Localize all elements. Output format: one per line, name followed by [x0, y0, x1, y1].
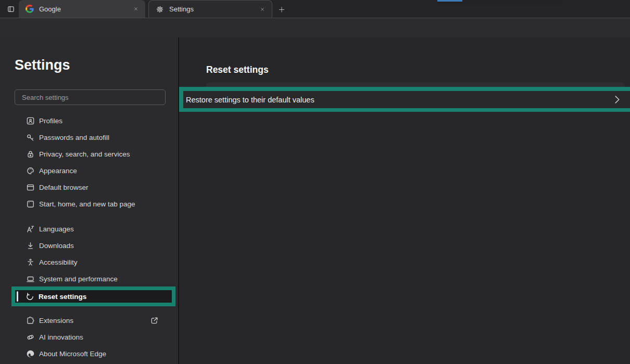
lock-icon — [26, 150, 35, 159]
nav-group-1: Profiles Passwords and autofill Privacy,… — [0, 112, 178, 212]
sidebar-item-accessibility[interactable]: Accessibility — [0, 254, 178, 270]
sidebar-item-label: Languages — [39, 225, 74, 233]
restore-defaults-row[interactable]: Restore settings to their default values — [183, 91, 630, 108]
accessibility-icon — [26, 258, 35, 267]
sidebar-item-label: Passwords and autofill — [39, 134, 109, 141]
browser-toolbar: edge://settings/reset — [0, 18, 630, 37]
sidebar-item-label: Downloads — [39, 242, 74, 250]
plus-icon — [279, 6, 285, 14]
sidebar-item-privacy[interactable]: Privacy, search, and services — [0, 146, 178, 162]
sidebar-item-label: About Microsoft Edge — [39, 350, 106, 358]
annotation-highlight-sidebar: Reset settings — [11, 287, 175, 306]
sidebar-item-label: Profiles — [39, 117, 62, 125]
sidebar-item-downloads[interactable]: Downloads — [0, 237, 178, 254]
tab-actions-icon — [7, 5, 15, 14]
download-icon — [26, 241, 35, 250]
sidebar-item-default-browser[interactable]: Default browser — [0, 179, 178, 196]
external-link-icon — [150, 316, 159, 325]
settings-sidebar: Settings Profiles Passwords and autofill — [0, 37, 179, 364]
ai-copilot-icon — [26, 333, 35, 342]
sidebar-item-languages[interactable]: Languages — [0, 220, 178, 237]
selected-indicator — [17, 291, 18, 302]
sidebar-item-profiles[interactable]: Profiles — [0, 112, 178, 129]
sidebar-item-appearance[interactable]: Appearance — [0, 162, 178, 179]
page-title: Reset settings — [206, 64, 269, 75]
sidebar-item-label: Privacy, search, and services — [39, 150, 130, 158]
sidebar-item-system[interactable]: System and performance — [0, 270, 178, 287]
reset-icon — [26, 292, 34, 301]
sidebar-item-reset-settings[interactable]: Reset settings — [15, 290, 172, 303]
settings-nav: Profiles Passwords and autofill Privacy,… — [0, 112, 178, 364]
annotation-highlight-main: Restore settings to their default values — [179, 87, 630, 112]
sidebar-item-about[interactable]: About Microsoft Edge — [0, 345, 178, 362]
chevron-right-icon — [615, 96, 620, 103]
profiles-icon — [26, 116, 35, 125]
sidebar-item-label: Accessibility — [39, 258, 78, 266]
sidebar-item-ai-innovations[interactable]: AI innovations — [0, 329, 178, 345]
palette-icon — [26, 166, 35, 175]
laptop-icon — [26, 275, 35, 283]
search-settings-input[interactable] — [15, 89, 166, 105]
tab-title: Google — [39, 5, 61, 13]
close-icon — [134, 6, 137, 11]
sidebar-item-label: Extensions — [39, 317, 73, 324]
edge-browser-window: { "browser": { "tabs": [ { "title": "Goo… — [0, 0, 630, 364]
sidebar-item-passwords[interactable]: Passwords and autofill — [0, 129, 178, 146]
browser-window-icon — [26, 183, 35, 192]
sidebar-item-label: AI innovations — [39, 333, 83, 341]
sidebar-item-label: Appearance — [39, 167, 77, 175]
settings-page: Settings Profiles Passwords and autofill — [0, 37, 630, 364]
tab-actions-button[interactable] — [4, 2, 18, 16]
settings-content: Reset settings Restore settings to their… — [179, 37, 630, 364]
new-tab-button[interactable] — [275, 3, 288, 16]
google-favicon-icon — [26, 5, 34, 13]
close-icon — [261, 7, 264, 12]
tab-close-button[interactable] — [258, 5, 267, 14]
top-accent-bar — [437, 0, 462, 2]
tab-strip: Google Settings — [0, 0, 630, 18]
tab-settings[interactable]: Settings — [148, 0, 272, 18]
sidebar-item-label: Default browser — [39, 184, 89, 191]
languages-icon — [26, 225, 35, 233]
sidebar-item-start-home[interactable]: Start, home, and new tab page — [0, 196, 178, 212]
key-icon — [26, 133, 35, 142]
sidebar-item-label: System and performance — [39, 275, 118, 283]
sidebar-item-label: Start, home, and new tab page — [39, 200, 135, 208]
puzzle-icon — [26, 316, 35, 325]
edge-logo-icon — [26, 349, 35, 358]
sidebar-item-label: Reset settings — [39, 293, 86, 301]
gear-icon — [156, 5, 164, 14]
restore-defaults-label: Restore settings to their default values — [186, 96, 314, 104]
tab-google[interactable]: Google — [19, 0, 145, 18]
tab-title: Settings — [169, 5, 194, 13]
sidebar-item-extensions[interactable]: Extensions — [0, 312, 178, 329]
tab-close-button[interactable] — [131, 4, 141, 14]
nav-group-3: Extensions AI innovations — [0, 312, 178, 362]
new-tab-page-icon — [26, 200, 35, 209]
sidebar-title: Settings — [15, 57, 70, 73]
